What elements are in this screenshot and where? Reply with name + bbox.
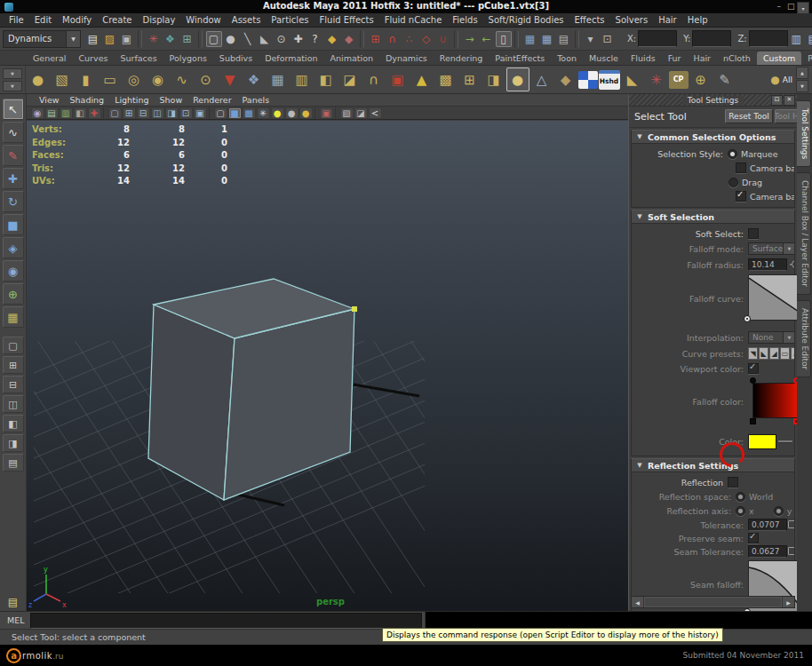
select-object-icon[interactable]: ❖	[163, 31, 179, 47]
use-all-lights-icon[interactable]: ✳	[257, 107, 270, 119]
layout-four-icon[interactable]: ⊞	[123, 107, 136, 119]
soft-modification-icon[interactable]: ◉	[3, 260, 24, 281]
textured-light-icon[interactable]: ●	[299, 107, 313, 119]
shelf-tab[interactable]: Deformation	[259, 52, 323, 65]
falloff-radius-field[interactable]: 10.14	[748, 258, 787, 271]
shelf-up-arrow[interactable]: ▲	[796, 67, 808, 79]
pin-icon[interactable]: ⊡	[771, 95, 783, 106]
scatter-icon[interactable]: ▩	[434, 67, 458, 91]
universal-manipulator-icon[interactable]: ◈	[3, 237, 24, 258]
save-scene-icon[interactable]: ▣	[119, 31, 135, 47]
curve-point-handle[interactable]	[744, 315, 751, 322]
section-header[interactable]: ▼ Soft Selection	[632, 210, 794, 224]
horizontal-scrollbar[interactable]: ◀ ▶	[631, 596, 795, 608]
tab-tool-settings[interactable]: Tool Settings	[797, 100, 811, 167]
poly-disc-icon[interactable]: ⊙	[195, 67, 218, 91]
menu-item[interactable]: Edit	[29, 15, 57, 25]
select-lines-icon[interactable]: ╲	[240, 31, 256, 47]
separate-icon[interactable]: ◧	[314, 67, 338, 91]
layout-two-stacked-icon[interactable]: ⊟	[137, 107, 150, 119]
boolean-icon[interactable]: ◪	[338, 67, 362, 91]
menu-set-dropdown[interactable]: Dynamics ▼	[3, 30, 81, 48]
uv-glasses-icon[interactable]: ❖	[243, 67, 266, 91]
render-current-frame-icon[interactable]: ▦	[522, 31, 538, 47]
select-hierarchy-icon[interactable]: ✳	[146, 31, 162, 47]
snap-point-icon[interactable]: ∴	[402, 31, 418, 47]
poly-pipe-icon[interactable]: ◉	[147, 67, 170, 91]
render-settings-icon[interactable]: ▤	[556, 31, 572, 47]
preserve-seam-checkbox[interactable]	[748, 533, 759, 543]
cube-object[interactable]	[148, 279, 354, 500]
shelf-menu-icon[interactable]: ▾	[797, 2, 809, 14]
scale-tool-icon[interactable]: ■	[3, 214, 24, 235]
y-input[interactable]	[692, 30, 731, 47]
two-pane-stacked-layout-button[interactable]: ⊟	[3, 376, 24, 393]
menu-item[interactable]: Window	[180, 15, 226, 25]
script-note-icon[interactable]: ▤	[6, 595, 20, 609]
slide-icon[interactable]: ◨	[482, 67, 506, 91]
chevron-down-icon[interactable]: ▼	[66, 31, 80, 47]
panel-menu-item[interactable]: View	[34, 95, 65, 105]
single-pane-layout-button[interactable]: ▢	[3, 337, 24, 354]
scroll-right-arrow[interactable]: ▶	[783, 597, 794, 607]
tab-channel-box[interactable]: Channel Box / Layer Editor	[797, 172, 811, 295]
axis-x-radio[interactable]	[736, 506, 745, 516]
seam-tolerance-field[interactable]: 0.0627	[748, 545, 787, 558]
scroll-left-arrow[interactable]: ◀	[632, 597, 643, 607]
textured-mode-icon[interactable]: ▩	[243, 107, 256, 119]
curve-preset-2[interactable]: ◣	[759, 347, 768, 360]
lasso-tool-icon[interactable]: ∿	[3, 122, 24, 143]
wedge-icon[interactable]: ◣	[621, 67, 644, 91]
shelf-tab[interactable]: Animation	[324, 52, 379, 65]
select-misc-icon[interactable]: ✚	[291, 31, 306, 47]
maximize-button[interactable]: □	[787, 1, 795, 12]
combine-icon[interactable]: ▥	[291, 67, 314, 91]
reset-tool-button[interactable]: Reset Tool	[725, 109, 773, 123]
falloff-curve-widget[interactable]	[748, 274, 797, 321]
z-input[interactable]	[749, 30, 788, 47]
camera-attributes-icon[interactable]: ▤	[45, 107, 59, 119]
shelf-tab[interactable]: Surfaces	[114, 52, 163, 65]
quick-help-icon[interactable]: ?	[307, 31, 323, 47]
paint-select-tool-icon[interactable]: ✎	[3, 145, 24, 166]
drag-radio[interactable]	[728, 178, 738, 187]
shelf-tab[interactable]: Rendering	[434, 52, 490, 65]
shelf-tab[interactable]: nCloth	[717, 52, 757, 65]
minimize-button[interactable]: –	[776, 1, 781, 12]
curve-preset-4[interactable]: ▭	[780, 347, 790, 360]
menu-item[interactable]: Hair	[653, 15, 682, 25]
interpolation-dropdown[interactable]: None ▼	[748, 331, 794, 344]
curve-preset-1[interactable]: ◥	[748, 347, 758, 360]
red-toolkit-icon[interactable]: ▣	[386, 67, 410, 91]
falloff-mode-dropdown[interactable]: Surface ▼	[748, 242, 794, 255]
snap-grid-icon[interactable]: ⊞	[368, 31, 384, 47]
menu-item[interactable]: Fields	[447, 15, 482, 25]
panel-menu-item[interactable]: Renderer	[187, 95, 236, 105]
menu-item[interactable]: Create	[97, 15, 137, 25]
wireframe-mode-icon[interactable]: ▢	[214, 107, 227, 119]
two-pane-side-layout-button[interactable]: ◫	[3, 395, 24, 413]
shelf-tab[interactable]: Polygons	[163, 52, 213, 65]
shelf-tab[interactable]: Subdivs	[213, 52, 259, 65]
image-plane-icon[interactable]: ◧	[74, 107, 87, 119]
hypershade-icon[interactable]: Hshd	[599, 70, 620, 90]
poly-plane-icon[interactable]: ▭	[99, 67, 122, 91]
mel-label[interactable]: MEL	[0, 615, 30, 625]
ipr-render-icon[interactable]: ▦	[539, 31, 555, 47]
shelf-tab[interactable]: Riged	[801, 52, 812, 65]
cp-tool-icon[interactable]: CP	[669, 71, 689, 89]
shelf-menu-button[interactable]: ▼	[3, 81, 22, 91]
script-pane-layout-button[interactable]: ▤	[3, 454, 24, 472]
scrollbar-thumb[interactable]	[644, 597, 782, 607]
no-lights-icon[interactable]: ●	[285, 107, 299, 119]
shelf-tab[interactable]: Fluids	[625, 52, 662, 65]
layout-hypergraph-icon[interactable]: ▣	[194, 107, 207, 119]
shelf-all-dropdown[interactable]: ● All	[770, 74, 794, 86]
isolate-select-icon[interactable]: ▣	[320, 107, 333, 119]
close-icon[interactable]: ✕	[784, 95, 795, 106]
layout-two-side-icon[interactable]: ◫	[151, 107, 164, 119]
tool-settings-titlebar[interactable]: Tool Settings ⊡ ✕	[629, 94, 797, 107]
render-checker-icon[interactable]	[578, 71, 598, 89]
spray-icon[interactable]: ✳	[645, 67, 668, 91]
shelf-tab[interactable]: Curves	[72, 52, 114, 65]
